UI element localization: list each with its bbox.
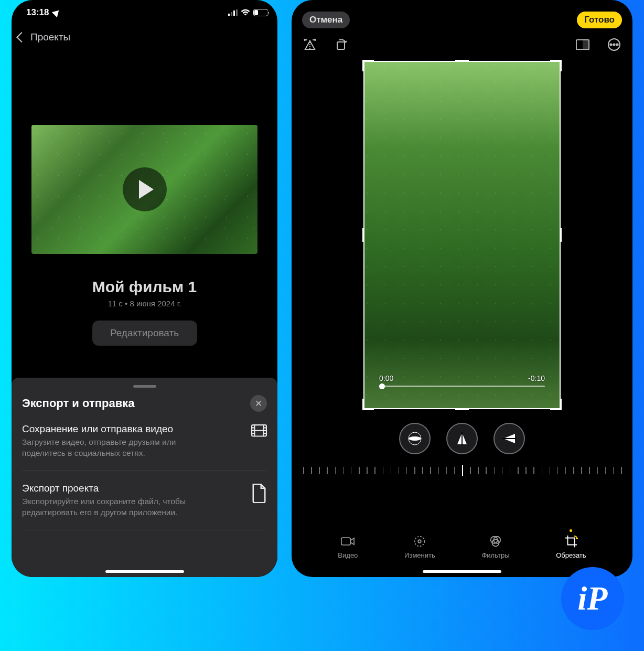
- ruler-tick: [399, 467, 400, 474]
- ruler-tick: [557, 467, 559, 474]
- ruler-tick: [422, 467, 423, 474]
- tab-crop[interactable]: Обрезать: [556, 535, 586, 559]
- tab-label: Изменить: [404, 551, 435, 559]
- ruler-tick: [542, 467, 543, 474]
- ruler-tick: [438, 467, 439, 474]
- tab-adjust[interactable]: Изменить: [404, 535, 435, 559]
- active-dot-icon: [570, 529, 572, 532]
- svg-rect-23: [502, 438, 516, 439]
- ruler-tick: [510, 467, 511, 474]
- ruler-tick: [502, 467, 503, 474]
- video-scrubber[interactable]: 0:00 -0:10: [379, 374, 545, 387]
- rotate-icon[interactable]: [335, 38, 348, 51]
- crop-handle-bl[interactable]: [362, 399, 364, 410]
- ruler-tick: [470, 467, 471, 474]
- cellular-icon: [228, 8, 238, 17]
- sheet-row-save-share[interactable]: Сохранение или отправка видео Загрузите …: [22, 412, 267, 471]
- row-title: Экспорт проекта: [22, 483, 221, 494]
- crop-handle-bottom[interactable]: [455, 408, 469, 410]
- location-icon: [52, 8, 61, 17]
- ruler-tick: [343, 467, 344, 474]
- project-subtitle: 11 с • 8 июня 2024 г.: [12, 299, 277, 308]
- editor-topbar: Отмена Готово: [292, 0, 632, 28]
- ruler-tick: [319, 467, 320, 474]
- tab-filters[interactable]: Фильтры: [481, 535, 509, 559]
- ruler-tick: [550, 467, 551, 474]
- scrub-remaining: -0:10: [528, 374, 545, 382]
- chevron-left-icon: [16, 32, 27, 42]
- crop-handle-br[interactable]: [560, 399, 562, 410]
- crop-handle-tl[interactable]: [362, 60, 364, 71]
- sheet-grabber[interactable]: [133, 385, 156, 388]
- horizontal-perspective-button[interactable]: [493, 423, 525, 454]
- svg-point-25: [415, 537, 425, 547]
- tab-video[interactable]: Видео: [338, 535, 358, 559]
- ruler-tick: [446, 467, 447, 474]
- ruler-tick: [367, 467, 368, 474]
- row-desc: Загрузите видео, отправьте друзьям или п…: [22, 437, 221, 459]
- photos-crop-screen: Отмена Готово: [292, 0, 632, 577]
- aspect-icon[interactable]: [576, 38, 589, 51]
- svg-rect-15: [583, 40, 589, 50]
- crop-frame: [363, 61, 561, 409]
- svg-rect-0: [228, 14, 230, 16]
- home-indicator[interactable]: [105, 570, 184, 573]
- ruler-tick: [486, 467, 487, 474]
- more-icon[interactable]: [607, 38, 621, 51]
- svg-rect-13: [337, 42, 345, 49]
- close-button[interactable]: ✕: [250, 395, 267, 412]
- row-desc: Экспортируйте или сохраните файл, чтобы …: [22, 496, 221, 518]
- angle-ruler[interactable]: [303, 464, 621, 478]
- vertical-perspective-button[interactable]: [446, 423, 478, 454]
- sheet-row-export-project[interactable]: Экспорт проекта Экспортируйте или сохран…: [22, 471, 267, 530]
- ruler-tick: [430, 467, 431, 474]
- film-icon: [251, 424, 267, 439]
- ruler-tick: [462, 465, 463, 476]
- ruler-tick: [383, 467, 384, 474]
- project-thumbnail[interactable]: [31, 125, 257, 254]
- ruler-tick: [525, 467, 527, 474]
- flip-icon[interactable]: [303, 38, 317, 51]
- crop-handle-left[interactable]: [362, 228, 364, 242]
- status-bar: 13:18 33: [12, 0, 277, 25]
- ruler-tick: [533, 467, 534, 474]
- ruler-tick: [613, 467, 614, 474]
- crop-canvas[interactable]: 0:00 -0:10: [363, 61, 561, 409]
- nav-back[interactable]: Проекты: [12, 25, 277, 51]
- watermark-badge: iP: [561, 567, 624, 630]
- edit-button[interactable]: Редактировать: [92, 321, 197, 346]
- straighten-button[interactable]: [399, 423, 431, 454]
- crop-mode-buttons: [292, 423, 632, 454]
- scrub-thumb[interactable]: [379, 383, 385, 389]
- ruler-tick: [335, 467, 336, 474]
- done-button[interactable]: Готово: [577, 12, 622, 28]
- status-time: 13:18: [26, 7, 49, 18]
- tab-label: Видео: [338, 551, 358, 559]
- play-button[interactable]: [123, 167, 167, 211]
- svg-rect-2: [233, 10, 235, 16]
- ruler-tick: [303, 467, 304, 474]
- crop-handle-right[interactable]: [560, 228, 562, 242]
- imovie-project-screen: 13:18 33 Проекты Мой фильм 1 11 с • 8 ию…: [12, 0, 277, 577]
- ruler-tick: [621, 467, 622, 474]
- ruler-tick: [518, 467, 519, 474]
- cancel-button[interactable]: Отмена: [302, 12, 350, 28]
- ruler-tick: [565, 467, 566, 474]
- ruler-tick: [327, 467, 328, 474]
- ruler-tick: [359, 467, 360, 474]
- crop-handle-tr[interactable]: [560, 60, 562, 71]
- play-icon: [139, 180, 154, 199]
- sheet-title: Экспорт и отправка: [22, 397, 134, 410]
- crop-handle-top[interactable]: [455, 60, 469, 62]
- home-indicator[interactable]: [423, 570, 501, 573]
- ruler-tick: [406, 467, 407, 474]
- ruler-tick: [573, 467, 574, 474]
- ruler-tick: [494, 467, 495, 474]
- svg-point-26: [418, 540, 422, 543]
- tab-label: Фильтры: [481, 551, 509, 559]
- ruler-tick: [454, 467, 455, 474]
- status-right: 33: [228, 8, 263, 17]
- wifi-icon: [241, 8, 250, 17]
- close-icon: ✕: [255, 398, 262, 409]
- ruler-tick: [311, 467, 312, 474]
